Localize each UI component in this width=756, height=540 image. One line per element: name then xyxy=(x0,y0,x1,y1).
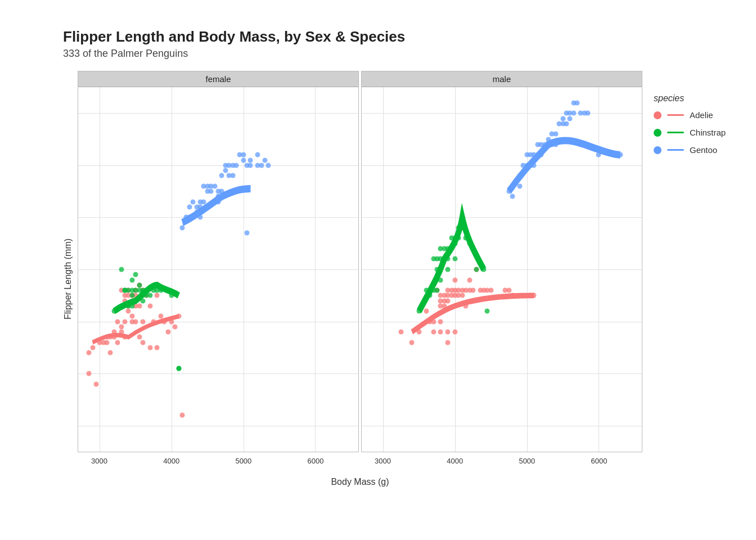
legend-dot xyxy=(654,111,662,119)
x-axis-area: 30004000500060003000400050006000 xyxy=(78,452,642,475)
grid-line-horizontal xyxy=(78,113,358,114)
dot-adelie xyxy=(410,340,415,345)
dot-adelie xyxy=(119,330,124,335)
dot-adelie xyxy=(470,288,475,293)
panel-male: male xyxy=(361,71,642,452)
dot-gentoo xyxy=(514,178,519,183)
x-tick-label: 4000 xyxy=(447,457,463,465)
dot-gentoo xyxy=(564,121,569,126)
dot-chinstrap xyxy=(158,288,163,293)
grid-line-horizontal xyxy=(78,165,358,166)
grid-line-horizontal xyxy=(78,374,358,374)
grid-line-vertical xyxy=(383,87,384,452)
dot-chinstrap xyxy=(133,272,138,277)
dot-gentoo xyxy=(212,183,217,188)
x-tick-label: 5000 xyxy=(235,457,251,465)
dot-gentoo xyxy=(263,158,268,163)
dot-adelie xyxy=(119,324,124,329)
grid-line-horizontal xyxy=(362,217,642,218)
dot-gentoo xyxy=(586,111,591,116)
x-axis-label: Body Mass (g) xyxy=(78,477,642,487)
dot-gentoo xyxy=(532,163,537,168)
x-tick-label: 3000 xyxy=(375,457,391,465)
dot-chinstrap xyxy=(446,267,451,272)
dot-chinstrap xyxy=(446,256,451,262)
dot-adelie xyxy=(453,277,458,282)
dot-chinstrap xyxy=(137,282,142,287)
dot-adelie xyxy=(169,319,174,324)
dot-adelie xyxy=(431,319,436,324)
dot-adelie xyxy=(155,345,160,350)
legend-label: Chinstrap xyxy=(690,128,726,137)
dot-adelie xyxy=(155,293,160,298)
legend-label: Adelie xyxy=(690,110,713,120)
dot-adelie xyxy=(140,340,145,345)
dot-gentoo xyxy=(230,173,235,178)
dot-chinstrap xyxy=(144,288,149,293)
chart-body: Flipper Length (mm) female17018019020021… xyxy=(63,71,727,487)
dot-gentoo xyxy=(187,204,192,209)
dot-chinstrap xyxy=(460,215,465,220)
dot-gentoo xyxy=(245,231,250,236)
dot-gentoo xyxy=(198,204,203,209)
dot-gentoo xyxy=(209,189,214,194)
dot-gentoo xyxy=(517,183,522,188)
dot-adelie xyxy=(126,309,131,314)
dot-chinstrap xyxy=(417,309,422,314)
dot-gentoo xyxy=(216,194,221,199)
grid-line-vertical xyxy=(315,87,316,452)
dot-adelie xyxy=(147,345,152,350)
chart-container: Flipper Length and Body Mass, by Sex & S… xyxy=(18,17,738,523)
dot-adelie xyxy=(140,319,145,324)
dot-adelie xyxy=(133,319,138,324)
x-axis-panel-female: 3000400050006000 xyxy=(78,452,359,475)
dot-adelie xyxy=(115,340,120,345)
dot-adelie xyxy=(87,371,92,376)
dot-chinstrap xyxy=(424,288,429,293)
dot-chinstrap xyxy=(111,309,116,314)
dot-adelie xyxy=(399,330,404,335)
x-tick-label: 6000 xyxy=(591,457,608,465)
dot-gentoo xyxy=(198,215,203,220)
dot-adelie xyxy=(87,350,92,356)
dot-adelie xyxy=(90,345,95,350)
dot-chinstrap xyxy=(460,225,465,230)
dot-chinstrap xyxy=(449,246,454,251)
dot-chinstrap xyxy=(453,241,458,246)
dot-adelie xyxy=(119,303,124,308)
panel-female: female170180190200210220230 xyxy=(78,71,359,452)
dot-gentoo xyxy=(553,142,558,147)
dot-gentoo xyxy=(223,168,228,173)
legend-title: species xyxy=(654,93,727,104)
dot-adelie xyxy=(506,288,511,293)
dot-adelie xyxy=(111,335,116,340)
dot-chinstrap xyxy=(129,293,134,298)
dot-gentoo xyxy=(201,199,206,204)
legend-item: Gentoo xyxy=(654,145,727,155)
dot-adelie xyxy=(180,413,185,418)
dot-gentoo xyxy=(506,189,511,194)
dot-gentoo xyxy=(219,173,224,178)
dot-gentoo xyxy=(241,158,246,163)
dot-gentoo xyxy=(596,152,601,158)
dot-adelie xyxy=(123,319,128,324)
dot-adelie xyxy=(467,277,472,282)
dot-adelie xyxy=(488,288,493,293)
dot-chinstrap xyxy=(456,236,461,241)
panels-row: female170180190200210220230male xyxy=(78,71,642,452)
dot-gentoo xyxy=(216,199,221,204)
dot-adelie xyxy=(438,330,443,335)
dot-adelie xyxy=(464,303,469,308)
x-tick-label: 5000 xyxy=(519,457,535,465)
dot-adelie xyxy=(424,309,429,314)
dot-adelie xyxy=(446,330,451,335)
legend-line xyxy=(667,132,684,133)
legend-line xyxy=(667,149,684,151)
dot-adelie xyxy=(123,298,128,303)
x-tick-label: 4000 xyxy=(163,457,179,465)
grid-line-horizontal xyxy=(362,165,642,166)
dot-adelie xyxy=(105,340,110,345)
dot-chinstrap xyxy=(129,277,134,282)
x-tick-label: 3000 xyxy=(91,457,107,465)
dot-adelie xyxy=(115,319,120,324)
